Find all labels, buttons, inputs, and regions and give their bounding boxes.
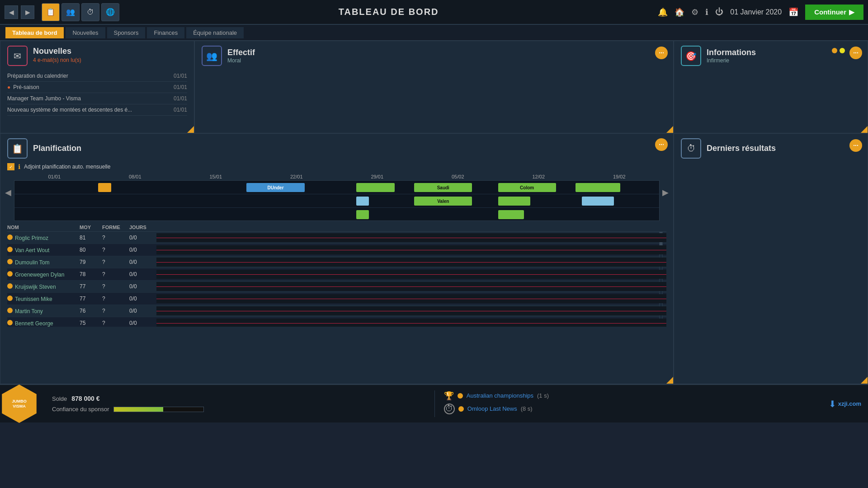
tab-finances[interactable]: Finances: [147, 27, 184, 38]
rider-section: NOM MOY FORME JOURS Roglic Primoz 81 ? 0…: [7, 223, 666, 327]
rider-header: NOM MOY FORME JOURS: [7, 223, 666, 232]
resultats-more-button[interactable]: ···: [849, 139, 862, 152]
news-link-1[interactable]: Australian championships: [467, 392, 533, 399]
top-bar: ◀ ▶ 📋 👥 ⏱ 🌐 TABLEAU DE BORD 🔔 🏠 ⚙ ℹ ⏻ 01…: [0, 0, 868, 25]
sponsor-label: Confiance du sponsor: [52, 406, 109, 413]
news-item[interactable]: Nouveau système de montées et descentes …: [7, 104, 187, 116]
nav-next-button[interactable]: ▶: [21, 5, 34, 19]
rider-name[interactable]: Bennett George: [15, 320, 53, 327]
rider-name[interactable]: Dumoulin Tom: [15, 259, 49, 266]
informations-subtitle: Infirmerie: [707, 57, 756, 64]
calendar-prev-button[interactable]: ◀: [5, 188, 11, 197]
tab-icon-timer[interactable]: ⏱: [81, 3, 99, 21]
news-link-2[interactable]: Omloop Last News: [467, 405, 517, 412]
race-block-colom: Colom: [498, 183, 556, 192]
rider-name[interactable]: Van Aert Wout: [15, 247, 49, 253]
col-jours: JOURS: [129, 225, 156, 230]
rider-forme: ?: [102, 296, 129, 302]
news-item-2: ⏱ Omloop Last News (8 s): [444, 404, 813, 414]
tab-icon-dashboard[interactable]: 📋: [42, 3, 60, 21]
status-dot-yellow: [840, 48, 845, 53]
calendar-next-button[interactable]: ▶: [662, 188, 669, 197]
rider-row[interactable]: Teunissen Mike 77 ? 0/0: [7, 293, 666, 305]
race-block-orange: [98, 183, 111, 192]
gear-icon[interactable]: ⚙: [691, 7, 698, 17]
rider-row[interactable]: Dumoulin Tom 79 ? 0/0: [7, 256, 666, 268]
rider-row[interactable]: Roglic Primoz 81 ? 0/0: [7, 232, 666, 244]
rider-forme: ?: [102, 259, 129, 265]
effectif-subtitle: Moral: [227, 57, 255, 64]
bottom-news: 🏆 Australian championships (1 s) ⏱ Omloo…: [435, 386, 822, 422]
team-logo: JUMBOVISMA: [0, 385, 38, 423]
col-bar: [156, 225, 666, 230]
info-icon[interactable]: ℹ: [705, 7, 708, 17]
bell-icon[interactable]: 🔔: [658, 7, 668, 17]
nouvelles-icon: ✉: [7, 46, 28, 66]
rider-moy: 76: [80, 308, 102, 314]
power-icon[interactable]: ⏻: [715, 7, 723, 17]
rider-jours: 0/0: [129, 283, 156, 290]
tab-icon-globe[interactable]: 🌐: [101, 3, 119, 21]
informations-panel: 🎯 Informations Infirmerie ···: [674, 41, 868, 133]
col-moy: MOY: [80, 225, 102, 230]
home-icon[interactable]: 🏠: [675, 7, 684, 17]
news-item[interactable]: Manager Team Jumbo - Visma 01/01: [7, 93, 187, 104]
news-item[interactable]: ●Pré-saison 01/01: [7, 82, 187, 93]
news-time-2: (8 s): [521, 405, 533, 412]
rider-row[interactable]: Kruijswijk Steven 77 ? 0/0: [7, 281, 666, 293]
rider-forme: ?: [102, 283, 129, 290]
rider-name[interactable]: Groenewegen Dylan: [15, 272, 64, 278]
watermark-icon: ⬇: [829, 399, 836, 409]
bottom-bar: JUMBOVISMA Solde 878 000 € Confiance du …: [0, 384, 868, 422]
rider-row[interactable]: Martin Tony 76 ? 0/0: [7, 305, 666, 317]
cal-date: 19/02: [579, 174, 660, 179]
rider-name[interactable]: Kruijswijk Steven: [15, 284, 56, 290]
news-item[interactable]: Préparation du calendrier 01/01: [7, 70, 187, 82]
rider-forme: ?: [102, 271, 129, 277]
news-dot-orange2: [458, 406, 464, 412]
adjoint-label: Adjoint planification auto. mensuelle: [24, 164, 110, 170]
race-block-dunder: DUnder: [246, 183, 304, 192]
informations-more-button[interactable]: ···: [849, 47, 862, 59]
informations-title: Informations: [707, 48, 756, 57]
rider-name[interactable]: Roglic Primoz: [15, 235, 48, 241]
status-dot-orange: [832, 48, 837, 53]
nouvelles-panel: ✉ Nouvelles 4 e-mail(s) non lu(s) Prépar…: [0, 41, 194, 133]
tab-nouvelles[interactable]: Nouvelles: [66, 27, 105, 38]
news-label: ●Pré-saison: [7, 84, 39, 90]
rider-list: Roglic Primoz 81 ? 0/0 Van Aert Wout 80 …: [7, 232, 666, 327]
bottom-logo: ⬇ xzji.com: [822, 396, 868, 412]
effectif-panel: 👥 Effectif Moral ···: [194, 41, 674, 133]
rider-jours: 0/0: [129, 320, 156, 326]
solde-label: Solde: [52, 395, 67, 402]
rider-jours: 0/0: [129, 235, 156, 241]
planification-more-button[interactable]: ···: [655, 138, 668, 151]
rider-row[interactable]: Van Aert Wout 80 ? 0/0: [7, 244, 666, 256]
rider-name[interactable]: Teunissen Mike: [15, 296, 52, 302]
effectif-more-button[interactable]: ···: [655, 47, 668, 59]
cal-date: 08/01: [95, 174, 176, 179]
adjoint-checkbox[interactable]: ✓: [7, 163, 14, 170]
cal-date: 01/01: [14, 174, 95, 179]
race-block-green2: [576, 183, 621, 192]
news-label: Manager Team Jumbo - Visma: [7, 95, 81, 102]
rider-name[interactable]: Martin Tony: [15, 308, 43, 314]
rider-row[interactable]: Groenewegen Dylan 78 ? 0/0: [7, 268, 666, 281]
continue-label: Continuer: [814, 8, 846, 16]
tab-equipe-nationale[interactable]: Équipe nationale: [186, 27, 244, 38]
tab-sponsors[interactable]: Sponsors: [107, 27, 146, 38]
rider-forme: ?: [102, 247, 129, 253]
rider-moy: 77: [80, 296, 102, 302]
tab-tableau-de-bord[interactable]: Tableau de bord: [5, 27, 64, 38]
rider-moy: 81: [80, 235, 102, 241]
continue-arrow: ▶: [849, 8, 854, 16]
rider-forme: ?: [102, 320, 129, 326]
nav-prev-button[interactable]: ◀: [5, 5, 18, 19]
tab-icon-riders[interactable]: 👥: [61, 3, 80, 21]
planification-title: Planification: [33, 144, 81, 153]
calendar-icon[interactable]: 📅: [788, 7, 798, 17]
informations-icon: 🎯: [681, 46, 701, 66]
continue-button[interactable]: Continuer ▶: [805, 5, 863, 20]
rider-row[interactable]: Bennett George 75 ? 0/0: [7, 317, 666, 327]
watermark-text: xzji.com: [838, 400, 861, 407]
